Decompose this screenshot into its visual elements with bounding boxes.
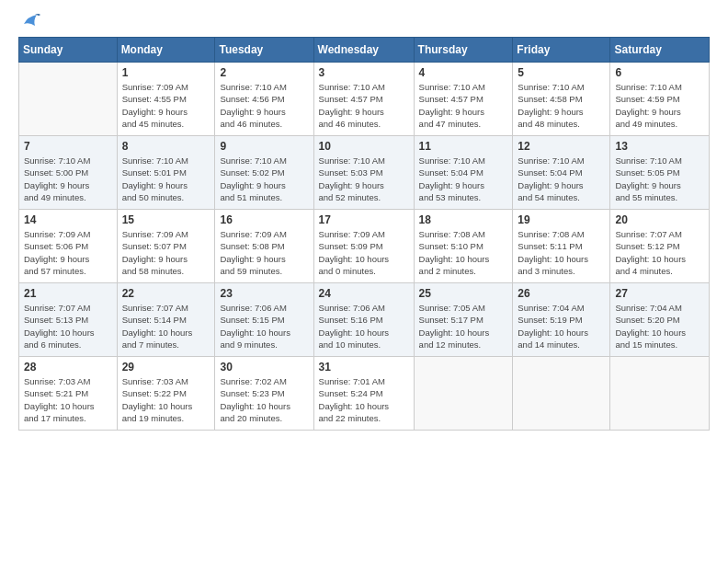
calendar-cell: 24Sunrise: 7:06 AM Sunset: 5:16 PM Dayli… [313,283,414,357]
day-info: Sunrise: 7:08 AM Sunset: 5:10 PM Dayligh… [419,228,508,277]
calendar-cell: 19Sunrise: 7:08 AM Sunset: 5:11 PM Dayli… [513,210,610,283]
day-number: 26 [518,287,605,300]
page-container: SundayMondayTuesdayWednesdayThursdayFrid… [0,0,728,440]
calendar-cell: 20Sunrise: 7:07 AM Sunset: 5:12 PM Dayli… [610,210,710,283]
weekday-header-friday: Friday [513,38,610,63]
day-info: Sunrise: 7:07 AM Sunset: 5:12 PM Dayligh… [615,228,704,277]
calendar-cell: 31Sunrise: 7:01 AM Sunset: 5:24 PM Dayli… [313,357,414,431]
day-number: 14 [24,213,112,226]
day-info: Sunrise: 7:10 AM Sunset: 5:00 PM Dayligh… [24,155,112,203]
calendar-week-row: 1Sunrise: 7:09 AM Sunset: 4:55 PM Daylig… [19,63,710,136]
day-info: Sunrise: 7:10 AM Sunset: 5:03 PM Dayligh… [319,155,409,203]
day-info: Sunrise: 7:06 AM Sunset: 5:15 PM Dayligh… [220,302,308,350]
day-info: Sunrise: 7:07 AM Sunset: 5:13 PM Dayligh… [24,302,112,350]
logo [18,15,40,28]
calendar-cell: 15Sunrise: 7:09 AM Sunset: 5:07 PM Dayli… [117,210,215,283]
weekday-header-monday: Monday [117,38,215,63]
calendar-cell: 29Sunrise: 7:03 AM Sunset: 5:22 PM Dayli… [117,357,215,431]
day-number: 16 [220,213,308,226]
weekday-header-wednesday: Wednesday [313,38,414,63]
day-info: Sunrise: 7:09 AM Sunset: 5:08 PM Dayligh… [220,228,308,277]
day-number: 12 [518,140,605,153]
day-info: Sunrise: 7:05 AM Sunset: 5:17 PM Dayligh… [419,302,508,350]
calendar-cell: 12Sunrise: 7:10 AM Sunset: 5:04 PM Dayli… [513,136,610,210]
day-number: 2 [220,66,308,79]
day-info: Sunrise: 7:07 AM Sunset: 5:14 PM Dayligh… [122,302,210,350]
calendar-cell: 16Sunrise: 7:09 AM Sunset: 5:08 PM Dayli… [215,210,313,283]
day-number: 18 [419,213,508,226]
day-info: Sunrise: 7:10 AM Sunset: 5:05 PM Dayligh… [615,155,704,203]
day-info: Sunrise: 7:09 AM Sunset: 5:09 PM Dayligh… [319,228,409,277]
day-number: 25 [419,287,508,300]
day-info: Sunrise: 7:10 AM Sunset: 5:01 PM Dayligh… [122,155,210,203]
day-number: 19 [518,213,605,226]
day-number: 23 [220,287,308,300]
day-number: 17 [319,213,409,226]
day-number: 10 [319,140,409,153]
weekday-header-sunday: Sunday [19,38,118,63]
day-info: Sunrise: 7:10 AM Sunset: 4:59 PM Dayligh… [615,81,704,130]
calendar-cell: 18Sunrise: 7:08 AM Sunset: 5:10 PM Dayli… [414,210,513,283]
weekday-header-row: SundayMondayTuesdayWednesdayThursdayFrid… [19,38,710,63]
weekday-header-tuesday: Tuesday [215,38,313,63]
day-info: Sunrise: 7:08 AM Sunset: 5:11 PM Dayligh… [518,228,605,277]
header [18,15,710,28]
day-info: Sunrise: 7:10 AM Sunset: 5:04 PM Dayligh… [419,155,508,203]
calendar-week-row: 7Sunrise: 7:10 AM Sunset: 5:00 PM Daylig… [19,136,710,210]
day-number: 24 [319,287,409,300]
calendar-cell [19,63,118,136]
day-info: Sunrise: 7:04 AM Sunset: 5:19 PM Dayligh… [518,302,605,350]
day-number: 6 [615,66,704,79]
day-info: Sunrise: 7:10 AM Sunset: 4:56 PM Dayligh… [220,81,308,130]
calendar-cell: 3Sunrise: 7:10 AM Sunset: 4:57 PM Daylig… [313,63,414,136]
calendar-cell: 7Sunrise: 7:10 AM Sunset: 5:00 PM Daylig… [19,136,118,210]
logo-bird-icon [20,11,40,31]
calendar-cell: 21Sunrise: 7:07 AM Sunset: 5:13 PM Dayli… [19,283,118,357]
calendar-cell: 28Sunrise: 7:03 AM Sunset: 5:21 PM Dayli… [19,357,118,431]
day-info: Sunrise: 7:10 AM Sunset: 4:58 PM Dayligh… [518,81,605,130]
calendar-cell: 30Sunrise: 7:02 AM Sunset: 5:23 PM Dayli… [215,357,313,431]
day-number: 11 [419,140,508,153]
calendar-week-row: 28Sunrise: 7:03 AM Sunset: 5:21 PM Dayli… [19,357,710,431]
day-info: Sunrise: 7:10 AM Sunset: 4:57 PM Dayligh… [319,81,409,130]
day-number: 29 [122,361,210,373]
day-info: Sunrise: 7:09 AM Sunset: 4:55 PM Dayligh… [122,81,210,130]
day-info: Sunrise: 7:03 AM Sunset: 5:21 PM Dayligh… [24,375,112,424]
calendar-cell: 23Sunrise: 7:06 AM Sunset: 5:15 PM Dayli… [215,283,313,357]
calendar-cell: 11Sunrise: 7:10 AM Sunset: 5:04 PM Dayli… [414,136,513,210]
day-number: 8 [122,140,210,153]
day-info: Sunrise: 7:04 AM Sunset: 5:20 PM Dayligh… [615,302,704,350]
day-number: 5 [518,66,605,79]
calendar-cell: 10Sunrise: 7:10 AM Sunset: 5:03 PM Dayli… [313,136,414,210]
calendar-cell [513,357,610,431]
day-number: 30 [220,361,308,373]
day-info: Sunrise: 7:10 AM Sunset: 4:57 PM Dayligh… [419,81,508,130]
day-number: 13 [615,140,704,153]
calendar-cell: 1Sunrise: 7:09 AM Sunset: 4:55 PM Daylig… [117,63,215,136]
day-info: Sunrise: 7:10 AM Sunset: 5:02 PM Dayligh… [220,155,308,203]
calendar-cell: 8Sunrise: 7:10 AM Sunset: 5:01 PM Daylig… [117,136,215,210]
day-number: 4 [419,66,508,79]
day-number: 28 [24,361,112,373]
day-info: Sunrise: 7:03 AM Sunset: 5:22 PM Dayligh… [122,375,210,424]
day-number: 31 [319,361,409,373]
day-number: 7 [24,140,112,153]
calendar-cell: 13Sunrise: 7:10 AM Sunset: 5:05 PM Dayli… [610,136,710,210]
day-info: Sunrise: 7:06 AM Sunset: 5:16 PM Dayligh… [319,302,409,350]
weekday-header-thursday: Thursday [414,38,513,63]
calendar-cell [414,357,513,431]
calendar-cell: 5Sunrise: 7:10 AM Sunset: 4:58 PM Daylig… [513,63,610,136]
calendar-cell: 25Sunrise: 7:05 AM Sunset: 5:17 PM Dayli… [414,283,513,357]
calendar-cell [610,357,710,431]
day-number: 3 [319,66,409,79]
day-info: Sunrise: 7:02 AM Sunset: 5:23 PM Dayligh… [220,375,308,424]
calendar-week-row: 14Sunrise: 7:09 AM Sunset: 5:06 PM Dayli… [19,210,710,283]
day-info: Sunrise: 7:09 AM Sunset: 5:06 PM Dayligh… [24,228,112,277]
calendar-cell: 27Sunrise: 7:04 AM Sunset: 5:20 PM Dayli… [610,283,710,357]
calendar-cell: 22Sunrise: 7:07 AM Sunset: 5:14 PM Dayli… [117,283,215,357]
calendar-cell: 2Sunrise: 7:10 AM Sunset: 4:56 PM Daylig… [215,63,313,136]
calendar-cell: 9Sunrise: 7:10 AM Sunset: 5:02 PM Daylig… [215,136,313,210]
calendar-cell: 26Sunrise: 7:04 AM Sunset: 5:19 PM Dayli… [513,283,610,357]
day-number: 9 [220,140,308,153]
day-info: Sunrise: 7:10 AM Sunset: 5:04 PM Dayligh… [518,155,605,203]
